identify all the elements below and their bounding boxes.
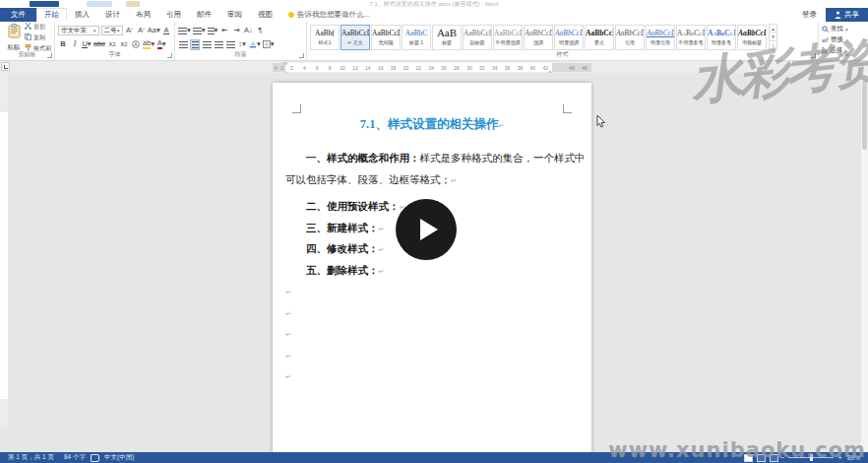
style-gallery-item[interactable]: AaBbCcE明显参考 <box>707 25 736 50</box>
replace-button[interactable]: ab 替换 <box>822 35 865 44</box>
paragraph-dialog-launcher[interactable] <box>299 53 304 58</box>
align-left-button[interactable] <box>178 39 188 50</box>
font-name-combo[interactable]: 华文中宋▾ <box>58 26 99 35</box>
italic-button[interactable]: I <box>70 39 80 50</box>
style-gallery-item[interactable]: AaBbCcD明显引用 <box>646 25 675 50</box>
vertical-scrollbar[interactable] <box>861 73 868 452</box>
find-button[interactable]: 查找▾ <box>822 25 865 33</box>
strikethrough-button[interactable]: abc <box>93 39 105 50</box>
proofing-icon[interactable] <box>91 454 99 462</box>
empty-paragraph[interactable]: ↵ <box>285 345 579 366</box>
zoom-slider-thumb[interactable] <box>810 454 813 461</box>
vertical-ruler[interactable] <box>0 73 8 429</box>
share-button[interactable]: 共享 <box>826 8 868 22</box>
gallery-scroll-up-button[interactable]: ▴ <box>769 24 777 33</box>
scrollbar-thumb[interactable] <box>862 81 867 150</box>
zoom-slider[interactable] <box>788 457 834 458</box>
style-gallery-item[interactable]: AaBbCcI要点 <box>585 25 614 50</box>
superscript-button[interactable]: x2 <box>119 39 129 50</box>
borders-button[interactable]: ▾ <box>263 39 275 50</box>
shading-button[interactable]: ▾ <box>249 39 261 50</box>
zoom-out-button[interactable]: − <box>780 454 785 462</box>
subscript-button[interactable]: x2 <box>107 39 117 50</box>
clear-formatting-button[interactable]: A <box>161 26 171 36</box>
change-case-button[interactable]: Aa▾ <box>149 26 160 36</box>
tab-references[interactable]: 引用 <box>158 8 189 22</box>
grow-font-button[interactable]: Aˆ <box>125 26 135 36</box>
zoom-level[interactable]: 89% <box>842 454 865 461</box>
underline-button[interactable]: U▾ <box>82 39 92 50</box>
clipboard-dialog-launcher[interactable] <box>47 53 52 58</box>
tell-me-box[interactable]: 告诉我您想要做什么... <box>280 8 378 22</box>
font-size-combo[interactable]: 二号▾ <box>101 26 123 35</box>
style-gallery-item[interactable]: AaBbCcD强调 <box>524 25 553 50</box>
style-name: 强调 <box>526 39 551 45</box>
gallery-scroll-down-button[interactable]: ▾ <box>769 33 777 41</box>
show-marks-button[interactable]: ¶ <box>255 26 265 36</box>
cut-button[interactable]: 剪切 <box>25 23 51 32</box>
tab-home[interactable]: 开始 <box>36 8 67 22</box>
style-gallery-item[interactable]: AaBbCcD↵ 正文 <box>341 25 370 50</box>
paragraph-mark: ↵ <box>285 373 291 381</box>
multilevel-list-button[interactable]: ▾ <box>208 26 218 36</box>
tab-view[interactable]: 视图 <box>250 8 280 22</box>
search-icon <box>822 26 829 33</box>
read-mode-button[interactable] <box>744 454 753 462</box>
gallery-more-button[interactable]: ▿ <box>769 41 777 50</box>
increase-indent-button[interactable]: ⇥ <box>231 26 241 36</box>
tab-review[interactable]: 审阅 <box>219 8 250 22</box>
style-gallery-item[interactable]: AaBb(样式1 <box>310 25 340 50</box>
doc-paragraph[interactable]: 五、删除样式：↵ <box>285 260 579 282</box>
tab-mailings[interactable]: 邮件 <box>189 8 219 22</box>
shrink-font-button[interactable]: Aˇ <box>137 26 147 36</box>
empty-paragraph[interactable]: ↵ <box>285 302 579 324</box>
phonetic-guide-button[interactable]: A <box>131 39 141 50</box>
empty-paragraph[interactable]: ↵ <box>285 323 579 345</box>
tab-insert[interactable]: 插入 <box>67 8 97 22</box>
font-color-button[interactable]: A▾ <box>156 39 166 50</box>
web-layout-button[interactable] <box>770 454 778 462</box>
doc-paragraph-continuation[interactable]: 可以包括字体、段落、边框等格式；↵ <box>285 169 579 191</box>
tab-layout[interactable]: 布局 <box>128 8 158 22</box>
word-count[interactable]: 84 个字 <box>59 453 91 462</box>
style-gallery-item[interactable]: AaBbCcD无间隔 <box>371 25 401 50</box>
font-dialog-launcher[interactable] <box>167 53 172 58</box>
align-center-button[interactable] <box>190 39 200 50</box>
ruler-tick: 32 <box>475 65 488 71</box>
sign-in-button[interactable]: 登录 <box>793 8 826 22</box>
highlight-button[interactable]: ab▾ <box>143 39 155 50</box>
empty-paragraph[interactable]: ↵ <box>285 281 579 302</box>
style-gallery-item[interactable]: AaBbC标题 1 <box>402 25 431 50</box>
tab-design[interactable]: 设计 <box>97 8 128 22</box>
empty-paragraph[interactable]: ↵ <box>285 365 579 387</box>
justify-button[interactable] <box>214 39 223 50</box>
paste-button[interactable]: 粘贴 <box>3 24 25 51</box>
style-gallery-item[interactable]: AaBbCcD引用 <box>615 25 645 50</box>
numbering-button[interactable]: ▾ <box>193 26 206 36</box>
align-right-button[interactable] <box>202 39 212 50</box>
horizontal-ruler[interactable]: 42 2468101214161820222426283032343638404… <box>273 63 591 72</box>
print-layout-button[interactable] <box>757 454 766 462</box>
copy-button[interactable]: 复制 <box>25 33 51 42</box>
style-sample: AaBbCcD <box>555 27 583 39</box>
decrease-indent-button[interactable]: ⇤ <box>219 26 229 36</box>
tab-file[interactable]: 文件 <box>0 8 36 22</box>
style-gallery-item[interactable]: AaBbCcDi不明显参考 <box>676 25 706 50</box>
tab-selector-button[interactable] <box>1 62 10 71</box>
doc-paragraph[interactable]: 一、样式的概念和作用：样式是多种格式的集合，一个样式中 <box>285 148 579 169</box>
video-play-button[interactable] <box>396 199 457 260</box>
language-indicator[interactable]: 中文(中国) <box>99 453 139 462</box>
style-gallery-item[interactable]: AaB标题 <box>432 25 462 50</box>
line-spacing-button[interactable]: ↕▾ <box>237 39 247 50</box>
bold-button[interactable]: B <box>58 39 68 50</box>
distribute-button[interactable] <box>225 39 235 50</box>
style-gallery-item[interactable]: AaBbCcI副标题 <box>463 25 492 50</box>
style-gallery-item[interactable]: AaBbCcD不明显强调 <box>493 25 523 50</box>
sort-button[interactable]: A↓ <box>243 26 253 36</box>
styles-dialog-launcher[interactable] <box>811 53 816 58</box>
style-gallery-item[interactable]: AaBbCcI书籍标题 <box>737 25 767 50</box>
style-gallery-item[interactable]: AaBbCcD明显强调 <box>554 25 584 50</box>
bullets-button[interactable]: ▾ <box>178 26 191 36</box>
page-indicator[interactable]: 第 1 页，共 1 页 <box>3 453 59 462</box>
document-page[interactable]: 7.1、样式设置的相关操作↵ 一、样式的概念和作用：样式是多种格式的集合，一个样… <box>273 83 591 452</box>
